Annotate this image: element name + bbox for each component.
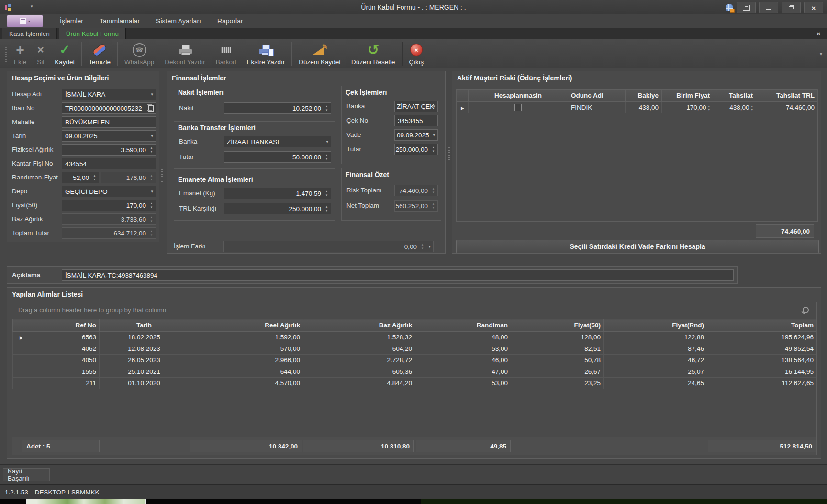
dekont-yazdir-button[interactable]: Dekont Yazdır (159, 39, 210, 68)
vade-combo[interactable]: 09.09.2025 ▾ (394, 129, 438, 141)
chevron-down-icon[interactable]: ▾ (326, 140, 328, 144)
ekle-button[interactable]: + Ekle (9, 39, 32, 68)
menu-item-islemler[interactable]: İşlemler (52, 17, 91, 25)
restore-button[interactable] (782, 2, 801, 13)
spinner-arrows-icon[interactable]: ▴▾ (324, 203, 330, 214)
spinner-arrows-icon[interactable]: ▴▾ (148, 214, 155, 224)
kantar-fisi-input[interactable]: 434554 (62, 158, 156, 169)
spinner-arrows-icon[interactable]: ▴▾ (419, 241, 425, 252)
tab-kasa-islemleri[interactable]: Kasa İşlemleri (2, 28, 57, 39)
application-menu-button[interactable]: ▾ (7, 15, 43, 27)
bakiye-cell[interactable]: 438,00 (626, 102, 662, 113)
col-toplam[interactable]: Toplam (707, 319, 817, 332)
toolbar-overflow-icon[interactable]: ▾ (820, 51, 822, 56)
hesaplanmasin-checkbox[interactable] (514, 104, 522, 111)
depo-combo[interactable]: GEÇİCİ DEPO ▾ (62, 186, 156, 197)
duzeni-kaydet-button[interactable]: ✎ Düzeni Kaydet (293, 39, 346, 68)
nakit-spinner[interactable]: 10.252,00 ▴▾ (224, 102, 331, 114)
col-baz-agirlik[interactable]: Baz Ağırlık (303, 319, 415, 332)
hesap-adi-combo[interactable]: İSMAİL KARA ▾ (62, 89, 156, 100)
aciklama-input[interactable]: İSMAİL KARA-TC:49387463894 (62, 269, 734, 281)
col-randiman[interactable]: Randiman (415, 319, 511, 332)
tutar-spinner[interactable]: 50.000,00 ▴▾ (224, 151, 331, 163)
tahsilat-trl-cell[interactable]: 74.460,00 (756, 102, 818, 113)
iban-input[interactable]: TR0000000000000005232 (62, 102, 156, 114)
col-odunc-adi[interactable]: Odunc Adi (568, 90, 626, 102)
banka-combo[interactable]: ZİRAAT BANKASI ▾ (224, 136, 331, 147)
panel-splitter-handle[interactable] (448, 146, 450, 160)
copy-icon[interactable] (148, 105, 154, 112)
spinner-arrows-icon[interactable]: ▴▾ (324, 103, 330, 113)
fit-screen-button[interactable] (737, 2, 756, 13)
cek-no-input[interactable]: 3453455 (394, 115, 438, 126)
minimize-button[interactable] (759, 2, 778, 13)
spinner-arrows-icon[interactable]: ▴▾ (708, 105, 710, 111)
close-button[interactable]: × (804, 2, 823, 13)
kaydet-button[interactable]: ✓ Kaydet (49, 39, 80, 68)
fiyat50-spinner[interactable]: 170,00 ▴▾ (62, 200, 156, 211)
row-indicator-icon: ▸ (13, 332, 30, 343)
spinner-arrows-icon[interactable]: ▴▾ (751, 105, 753, 111)
spinner-arrows-icon[interactable]: ▴▾ (430, 144, 436, 155)
chevron-down-icon[interactable]: ▾ (433, 133, 435, 137)
spinner-arrows-icon[interactable]: ▴▾ (148, 145, 155, 155)
col-birim-fiyat[interactable]: Birim Fiyat (662, 90, 713, 102)
baz-agirlik-spinner[interactable]: 3.733,60 ▴▾ (62, 213, 156, 225)
spinner-arrows-icon[interactable]: ▴▾ (148, 172, 155, 183)
col-bakiye[interactable]: Bakiye (626, 90, 662, 102)
globe-lock-icon[interactable] (726, 4, 733, 11)
trl-karsiligi-spinner[interactable]: 250.000,00 ▴▾ (224, 203, 331, 214)
odunc-adi-cell[interactable]: FINDIK (568, 102, 626, 113)
cek-tutar-spinner[interactable]: 250.000,00 ▴▾ (394, 144, 438, 155)
col-tarih[interactable]: Tarih (100, 319, 189, 332)
chevron-down-icon[interactable]: ▾ (433, 104, 435, 109)
col-ref-no[interactable]: Ref No (30, 319, 100, 332)
spinner-arrows-icon[interactable]: ▴▾ (324, 152, 330, 162)
emanet-kg-spinner[interactable]: 1.470,59 ▴▾ (224, 188, 331, 199)
randiman-fiyat-spinner[interactable]: 176,80 ▴▾ (101, 172, 156, 183)
chevron-down-icon[interactable]: ▾ (151, 190, 153, 194)
search-icon[interactable] (803, 307, 809, 313)
barkod-button[interactable]: Barkod (211, 39, 242, 68)
toolbar-drag-handle[interactable] (5, 45, 7, 62)
tahsilat-cell[interactable]: ▴▾438,00 (713, 102, 756, 113)
whatsapp-button[interactable]: ☎ WhatsApp (119, 39, 159, 68)
col-fiyat-rnd[interactable]: Fiyat(Rnd) (604, 319, 707, 332)
ekstre-yazdir-button[interactable]: Ekstre Yazdır (241, 39, 290, 68)
islem-farki-field[interactable]: 0,00 ▴▾ ▾ (223, 241, 434, 252)
purchases-header-row: Ref No Tarih Reel Ağırlık Baz Ağırlık Ra… (13, 319, 817, 332)
col-reel-agirlik[interactable]: Reel Ağırlık (189, 319, 303, 332)
spinner-arrows-icon[interactable]: ▴▾ (148, 228, 155, 238)
toplam-tutar-spinner[interactable]: 634.712,00 ▴▾ (62, 227, 156, 239)
spinner-arrows-icon[interactable]: ▴▾ (91, 172, 98, 183)
fiziksel-agirlik-spinner[interactable]: 3.590,00 ▴▾ (62, 144, 156, 156)
birim-fiyat-cell[interactable]: ▴▾170,00 (662, 102, 713, 113)
cikis-button[interactable]: × Çıkış (404, 39, 429, 68)
chevron-down-icon[interactable]: ▾ (151, 134, 153, 138)
tab-close-icon[interactable]: × (816, 30, 820, 37)
menu-item-tanimlamalar[interactable]: Tanımlamalar (91, 17, 148, 25)
spinner-arrows-icon[interactable]: ▴▾ (324, 188, 330, 199)
col-hesaplanmasin[interactable]: Hesaplanmasin (469, 90, 568, 102)
finansal-ozet-group: Finansal Özet Risk Toplam 74.460,00 ▴▾ N… (341, 168, 441, 221)
chevron-down-icon[interactable]: ▾ (428, 245, 431, 249)
panel-splitter-handle[interactable] (161, 168, 163, 182)
randiman-spinner[interactable]: 52,00 ▴▾ (62, 172, 99, 183)
window-controls: × (726, 2, 823, 13)
menu-item-raporlar[interactable]: Raporlar (209, 17, 251, 25)
spinner-arrows-icon[interactable]: ▴▾ (148, 200, 155, 211)
group-by-drop-zone[interactable]: Drag a column header here to group by th… (12, 302, 816, 319)
tab-urun-kabul-formu[interactable]: Ürün Kabul Formu (59, 28, 126, 39)
chevron-down-icon[interactable]: ▾ (151, 92, 153, 97)
col-tahsilat[interactable]: Tahsilat (713, 90, 756, 102)
duzeni-resetle-button[interactable]: ↺ Düzeni Resetle (346, 39, 401, 68)
sil-button[interactable]: × Sil (32, 39, 49, 68)
mahalle-input[interactable]: BÜYÜKMELEN (62, 116, 156, 128)
temizle-button[interactable]: Temizle (83, 39, 116, 68)
tarih-combo[interactable]: 09.08.2025 ▾ (62, 130, 156, 142)
col-fiyat50[interactable]: Fiyat(50) (511, 319, 604, 332)
kredi-vade-farki-button[interactable]: Seçili Satırdaki Kredi Vade Farkını Hesa… (456, 240, 819, 253)
cek-banka-combo[interactable]: ZİRAAT ÇEK ▾ (394, 101, 438, 112)
col-tahsilat-trl[interactable]: Tahsilat TRL (756, 90, 818, 102)
menu-item-sistem-ayarlari[interactable]: Sistem Ayarları (148, 17, 209, 25)
